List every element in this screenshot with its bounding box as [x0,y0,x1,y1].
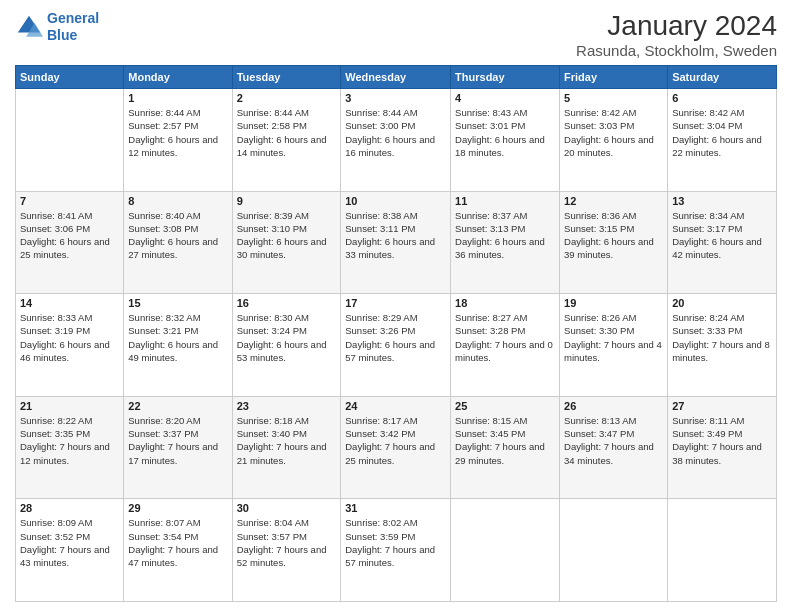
day-info: Sunrise: 8:29 AMSunset: 3:26 PMDaylight:… [345,311,446,364]
day-number: 1 [128,92,227,104]
day-number: 7 [20,195,119,207]
day-number: 8 [128,195,227,207]
day-number: 19 [564,297,663,309]
day-info: Sunrise: 8:44 AMSunset: 2:58 PMDaylight:… [237,106,337,159]
day-number: 12 [564,195,663,207]
day-number: 23 [237,400,337,412]
calendar-cell: 3Sunrise: 8:44 AMSunset: 3:00 PMDaylight… [341,89,451,192]
day-info: Sunrise: 8:42 AMSunset: 3:04 PMDaylight:… [672,106,772,159]
day-number: 9 [237,195,337,207]
calendar-cell: 16Sunrise: 8:30 AMSunset: 3:24 PMDayligh… [232,294,341,397]
calendar-cell: 8Sunrise: 8:40 AMSunset: 3:08 PMDaylight… [124,191,232,294]
calendar-cell: 29Sunrise: 8:07 AMSunset: 3:54 PMDayligh… [124,499,232,602]
day-number: 16 [237,297,337,309]
day-number: 21 [20,400,119,412]
day-info: Sunrise: 8:44 AMSunset: 3:00 PMDaylight:… [345,106,446,159]
calendar-cell: 27Sunrise: 8:11 AMSunset: 3:49 PMDayligh… [668,396,777,499]
day-info: Sunrise: 8:17 AMSunset: 3:42 PMDaylight:… [345,414,446,467]
day-info: Sunrise: 8:32 AMSunset: 3:21 PMDaylight:… [128,311,227,364]
week-row-2: 14Sunrise: 8:33 AMSunset: 3:19 PMDayligh… [16,294,777,397]
day-info: Sunrise: 8:02 AMSunset: 3:59 PMDaylight:… [345,516,446,569]
calendar-cell: 24Sunrise: 8:17 AMSunset: 3:42 PMDayligh… [341,396,451,499]
day-number: 28 [20,502,119,514]
calendar-header-row: Sunday Monday Tuesday Wednesday Thursday… [16,66,777,89]
calendar-cell: 22Sunrise: 8:20 AMSunset: 3:37 PMDayligh… [124,396,232,499]
calendar-cell: 2Sunrise: 8:44 AMSunset: 2:58 PMDaylight… [232,89,341,192]
day-number: 5 [564,92,663,104]
day-info: Sunrise: 8:11 AMSunset: 3:49 PMDaylight:… [672,414,772,467]
day-info: Sunrise: 8:44 AMSunset: 2:57 PMDaylight:… [128,106,227,159]
day-info: Sunrise: 8:40 AMSunset: 3:08 PMDaylight:… [128,209,227,262]
day-info: Sunrise: 8:36 AMSunset: 3:15 PMDaylight:… [564,209,663,262]
day-info: Sunrise: 8:38 AMSunset: 3:11 PMDaylight:… [345,209,446,262]
calendar-cell [16,89,124,192]
calendar-cell: 13Sunrise: 8:34 AMSunset: 3:17 PMDayligh… [668,191,777,294]
day-number: 14 [20,297,119,309]
calendar-cell: 17Sunrise: 8:29 AMSunset: 3:26 PMDayligh… [341,294,451,397]
day-info: Sunrise: 8:34 AMSunset: 3:17 PMDaylight:… [672,209,772,262]
header: General Blue January 2024 Rasunda, Stock… [15,10,777,59]
day-info: Sunrise: 8:37 AMSunset: 3:13 PMDaylight:… [455,209,555,262]
day-number: 26 [564,400,663,412]
calendar-cell: 14Sunrise: 8:33 AMSunset: 3:19 PMDayligh… [16,294,124,397]
week-row-1: 7Sunrise: 8:41 AMSunset: 3:06 PMDaylight… [16,191,777,294]
day-info: Sunrise: 8:04 AMSunset: 3:57 PMDaylight:… [237,516,337,569]
week-row-3: 21Sunrise: 8:22 AMSunset: 3:35 PMDayligh… [16,396,777,499]
calendar-cell: 12Sunrise: 8:36 AMSunset: 3:15 PMDayligh… [560,191,668,294]
day-number: 13 [672,195,772,207]
calendar-cell [560,499,668,602]
day-number: 3 [345,92,446,104]
day-info: Sunrise: 8:15 AMSunset: 3:45 PMDaylight:… [455,414,555,467]
calendar-cell: 11Sunrise: 8:37 AMSunset: 3:13 PMDayligh… [451,191,560,294]
week-row-0: 1Sunrise: 8:44 AMSunset: 2:57 PMDaylight… [16,89,777,192]
calendar-cell: 19Sunrise: 8:26 AMSunset: 3:30 PMDayligh… [560,294,668,397]
calendar-cell: 23Sunrise: 8:18 AMSunset: 3:40 PMDayligh… [232,396,341,499]
calendar-cell [451,499,560,602]
day-info: Sunrise: 8:27 AMSunset: 3:28 PMDaylight:… [455,311,555,364]
day-number: 11 [455,195,555,207]
calendar-cell: 28Sunrise: 8:09 AMSunset: 3:52 PMDayligh… [16,499,124,602]
col-sunday: Sunday [16,66,124,89]
day-number: 2 [237,92,337,104]
logo-text: General Blue [47,10,99,44]
day-info: Sunrise: 8:42 AMSunset: 3:03 PMDaylight:… [564,106,663,159]
day-info: Sunrise: 8:18 AMSunset: 3:40 PMDaylight:… [237,414,337,467]
calendar-cell: 20Sunrise: 8:24 AMSunset: 3:33 PMDayligh… [668,294,777,397]
col-friday: Friday [560,66,668,89]
day-info: Sunrise: 8:13 AMSunset: 3:47 PMDaylight:… [564,414,663,467]
subtitle: Rasunda, Stockholm, Sweden [576,42,777,59]
calendar-cell: 1Sunrise: 8:44 AMSunset: 2:57 PMDaylight… [124,89,232,192]
day-number: 17 [345,297,446,309]
day-number: 30 [237,502,337,514]
title-section: January 2024 Rasunda, Stockholm, Sweden [576,10,777,59]
day-number: 4 [455,92,555,104]
calendar-cell: 30Sunrise: 8:04 AMSunset: 3:57 PMDayligh… [232,499,341,602]
day-info: Sunrise: 8:39 AMSunset: 3:10 PMDaylight:… [237,209,337,262]
logo: General Blue [15,10,99,44]
day-info: Sunrise: 8:26 AMSunset: 3:30 PMDaylight:… [564,311,663,364]
day-number: 6 [672,92,772,104]
calendar-cell: 18Sunrise: 8:27 AMSunset: 3:28 PMDayligh… [451,294,560,397]
day-number: 29 [128,502,227,514]
calendar-cell: 31Sunrise: 8:02 AMSunset: 3:59 PMDayligh… [341,499,451,602]
col-tuesday: Tuesday [232,66,341,89]
day-info: Sunrise: 8:09 AMSunset: 3:52 PMDaylight:… [20,516,119,569]
day-number: 24 [345,400,446,412]
logo-icon [15,13,43,41]
calendar-cell: 9Sunrise: 8:39 AMSunset: 3:10 PMDaylight… [232,191,341,294]
col-monday: Monday [124,66,232,89]
col-wednesday: Wednesday [341,66,451,89]
calendar-cell [668,499,777,602]
day-info: Sunrise: 8:20 AMSunset: 3:37 PMDaylight:… [128,414,227,467]
col-saturday: Saturday [668,66,777,89]
calendar-cell: 10Sunrise: 8:38 AMSunset: 3:11 PMDayligh… [341,191,451,294]
col-thursday: Thursday [451,66,560,89]
day-number: 20 [672,297,772,309]
day-number: 25 [455,400,555,412]
day-info: Sunrise: 8:22 AMSunset: 3:35 PMDaylight:… [20,414,119,467]
day-info: Sunrise: 8:24 AMSunset: 3:33 PMDaylight:… [672,311,772,364]
day-number: 22 [128,400,227,412]
calendar: Sunday Monday Tuesday Wednesday Thursday… [15,65,777,602]
main-title: January 2024 [576,10,777,42]
day-info: Sunrise: 8:33 AMSunset: 3:19 PMDaylight:… [20,311,119,364]
